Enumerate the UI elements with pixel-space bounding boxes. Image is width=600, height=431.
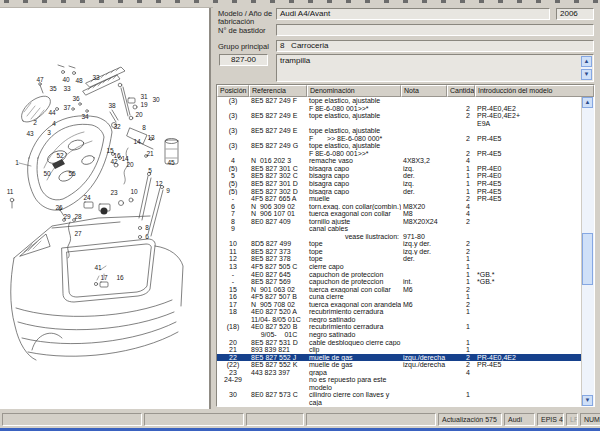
cell-den: cilindro cierre con llaves y bbox=[307, 391, 401, 399]
cell-pos: (3) bbox=[217, 142, 249, 150]
table-row[interactable]: 15N 901 063 02tuerca exagonal con collar… bbox=[217, 286, 581, 294]
table-row[interactable]: (5)8E5 827 301 Dbisagra capoizq.1PR-4E5 bbox=[217, 180, 581, 188]
table-row[interactable]: 9/05- 01Cnegro satinado bbox=[217, 331, 581, 339]
table-row[interactable]: 118E5 827 373topeizq.y der.2 bbox=[217, 248, 581, 256]
scrollbar-thumb[interactable] bbox=[582, 233, 593, 285]
scroll-up-icon[interactable]: ▲ bbox=[581, 56, 592, 67]
table-row[interactable]: F 8E-6-080 001>>*2PR-4E0,4E2 bbox=[217, 105, 581, 113]
table-row[interactable]: 9canal cables bbox=[217, 225, 581, 233]
cell-intro bbox=[475, 210, 581, 218]
table-row[interactable]: 134F5 827 505 Ccierre capo1 bbox=[217, 263, 581, 271]
cell-den: vease ilustracion: bbox=[307, 233, 401, 241]
subgroup-code-field[interactable]: 827-00 bbox=[219, 54, 268, 66]
cell-nota bbox=[401, 369, 447, 377]
table-row[interactable]: 308E0 827 573 Ccilindro cierre con llave… bbox=[217, 391, 581, 399]
illustration-panel[interactable]: 4740483335333637443431301938203281314151… bbox=[0, 8, 211, 409]
table-row[interactable]: 11/04- 8/05 01Cnegro satinado bbox=[217, 316, 581, 324]
table-row[interactable]: caja bbox=[217, 399, 581, 406]
table-row[interactable]: 23443 823 397grapa4 bbox=[217, 369, 581, 377]
table-row[interactable]: (5)8E5 827 301 Cbisagra capoizq.1PR-4E0 bbox=[217, 165, 581, 173]
cell-qty: 1 bbox=[447, 271, 475, 279]
cell-ref: 8E5 827 301 D bbox=[249, 180, 307, 188]
table-row[interactable]: (3)8E5 827 249 Gtope elastico, ajustable bbox=[217, 142, 581, 150]
diagram-callout: 52 bbox=[56, 153, 63, 160]
cell-pos: 22 bbox=[217, 354, 249, 362]
table-row[interactable]: 21893 839 821clip1 bbox=[217, 346, 581, 354]
cell-pos: 17 bbox=[217, 301, 249, 309]
cell-den: tope elastico, ajustable bbox=[307, 97, 401, 105]
table-row[interactable]: 17N 905 708 02tuerca exagonal con arande… bbox=[217, 301, 581, 309]
cell-pos: 7 bbox=[217, 210, 249, 218]
diagram-callout: 26 bbox=[55, 205, 62, 212]
cell-intro bbox=[475, 301, 581, 309]
table-row[interactable]: F >> 8E-6-080 000*2PR-4E5 bbox=[217, 135, 581, 143]
table-row[interactable]: 128E5 827 378topeder.1 bbox=[217, 255, 581, 263]
cell-intro bbox=[475, 399, 581, 406]
cell-pos: 10 bbox=[217, 240, 249, 248]
table-row[interactable]: (22)8E5 827 552 Kmuelle de gasizqu./dere… bbox=[217, 361, 581, 369]
parts-table-body: (3)8E5 827 249 Ftope elastico, ajustable… bbox=[217, 97, 581, 406]
column-header[interactable]: Referencia bbox=[249, 85, 307, 97]
table-row[interactable]: 6N 906 309 02torn.exag. con collar(combi… bbox=[217, 203, 581, 211]
column-header[interactable]: Denominación bbox=[307, 85, 401, 97]
cell-nota: M8 bbox=[401, 210, 447, 218]
table-row[interactable]: 4N 016 202 3remache vaso4X8X3,24 bbox=[217, 157, 581, 165]
cell-den: negro satinado bbox=[307, 331, 401, 339]
table-row[interactable]: -8E5 827 569capuchon de proteccionint.1*… bbox=[217, 278, 581, 286]
scroll-down-icon[interactable]: ▼ bbox=[581, 69, 592, 80]
cell-intro bbox=[475, 142, 581, 150]
cell-den: tope bbox=[307, 255, 401, 263]
cell-intro: PR-4E5 bbox=[475, 180, 581, 188]
column-header[interactable]: Nota bbox=[401, 85, 447, 97]
cell-qty bbox=[447, 127, 475, 135]
cell-pos: 24-29 bbox=[217, 376, 249, 384]
table-row[interactable]: 164F5 827 507 Bcuna cierre1 bbox=[217, 293, 581, 301]
table-row[interactable]: -4E0 827 645capuchon de proteccion1*GB.* bbox=[217, 271, 581, 279]
table-scrollbar[interactable]: ▲ ▼ bbox=[581, 97, 594, 406]
subgroup-description-box[interactable]: trampilla ▲ ▼ bbox=[276, 54, 594, 82]
main-group-field[interactable]: 8 Carroceria bbox=[276, 40, 594, 52]
diagram-callout: 45 bbox=[167, 160, 174, 167]
vin-field[interactable] bbox=[276, 24, 594, 36]
diagram-callout: 43 bbox=[26, 131, 33, 138]
table-row[interactable]: 228E5 827 552 Jmuelle de gasizqu./derech… bbox=[217, 354, 581, 362]
vin-label: N° de bastidor bbox=[218, 27, 266, 35]
scroll-up-icon[interactable]: ▲ bbox=[582, 97, 593, 108]
table-row[interactable]: (3)8E5 827 249 Ftope elastico, ajustable bbox=[217, 97, 581, 105]
cell-nota bbox=[401, 271, 447, 279]
table-row[interactable]: 108D5 827 499topeizq.y der.2 bbox=[217, 240, 581, 248]
table-row[interactable]: (3)8E5 827 249 Etope elastico, ajustable bbox=[217, 127, 581, 135]
table-row[interactable]: vease ilustracion:971-80 bbox=[217, 233, 581, 241]
table-row[interactable]: (5)8E5 827 302 Dbisagra capoder.1PR-4E5 bbox=[217, 188, 581, 196]
scroll-down-icon[interactable]: ▼ bbox=[582, 395, 593, 406]
table-row[interactable]: 7N 906 107 01tuerca exagonal con collarM… bbox=[217, 210, 581, 218]
table-row[interactable]: 88E0 827 409tornillo ajusteM8X20X242 bbox=[217, 218, 581, 226]
column-header[interactable]: Posición bbox=[217, 85, 249, 97]
cell-den: no es repuesto para este bbox=[307, 376, 401, 384]
table-row[interactable]: 184E0 827 520 Arecubrimiento cerradura1 bbox=[217, 308, 581, 316]
cell-ref bbox=[249, 233, 307, 241]
cell-nota: int. bbox=[401, 278, 447, 286]
table-row[interactable]: modelo bbox=[217, 384, 581, 392]
cell-pos: (22) bbox=[217, 361, 249, 369]
table-row[interactable]: E9A bbox=[217, 120, 581, 128]
cell-nota: 4X8X3,2 bbox=[401, 157, 447, 165]
column-header[interactable]: Cantidad bbox=[447, 85, 475, 97]
table-row[interactable]: F 8E-6-080 001>>*2PR-4E5 bbox=[217, 150, 581, 158]
model-field[interactable]: Audi A4/Avant bbox=[276, 8, 550, 20]
cell-pos: - bbox=[217, 195, 249, 203]
subgroup-scrollbar[interactable]: ▲ ▼ bbox=[581, 56, 592, 80]
exploded-diagram-drawing bbox=[0, 8, 209, 409]
table-row[interactable]: -4F5 827 665 Amuelle2PR-4E5 bbox=[217, 195, 581, 203]
cell-ref: N 901 063 02 bbox=[249, 286, 307, 294]
cell-ref: 8E5 827 531 D bbox=[249, 339, 307, 347]
table-row[interactable]: 58E5 827 302 Cbisagra capoder.1PR-4E0 bbox=[217, 172, 581, 180]
column-header[interactable]: Introducción del modelo bbox=[475, 85, 594, 97]
table-row[interactable]: 208E5 827 531 Dcable desbloqueo cierre c… bbox=[217, 339, 581, 347]
cell-den: F 8E-6-080 001>>* bbox=[307, 105, 401, 113]
table-row[interactable]: (3)8E5 827 249 Etope elastico, ajustable… bbox=[217, 112, 581, 120]
cell-pos: 9 bbox=[217, 225, 249, 233]
table-row[interactable]: (18)4E0 827 520 Brecubrimiento cerradura… bbox=[217, 323, 581, 331]
table-row[interactable]: 24-29no es repuesto para este bbox=[217, 376, 581, 384]
model-year-field[interactable]: 2006 bbox=[556, 8, 594, 20]
